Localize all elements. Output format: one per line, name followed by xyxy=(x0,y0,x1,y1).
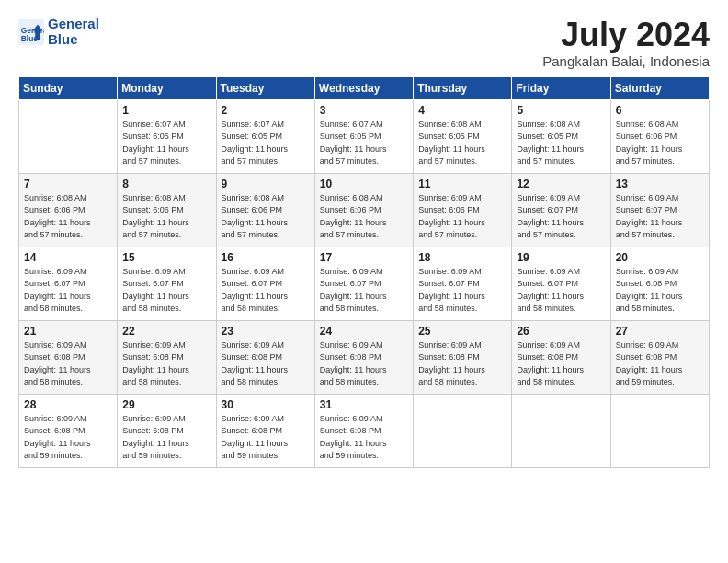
day-cell: 15Sunrise: 6:09 AMSunset: 6:07 PMDayligh… xyxy=(118,247,216,320)
day-number: 30 xyxy=(222,398,311,411)
day-number: 29 xyxy=(122,398,211,411)
day-number: 26 xyxy=(517,325,606,338)
day-info: Sunrise: 6:08 AMSunset: 6:06 PMDaylight:… xyxy=(222,192,311,242)
month-title: July 2024 xyxy=(542,17,710,53)
day-info: Sunrise: 6:09 AMSunset: 6:08 PMDaylight:… xyxy=(122,413,211,463)
day-info: Sunrise: 6:09 AMSunset: 6:08 PMDaylight:… xyxy=(222,339,311,389)
day-info: Sunrise: 6:09 AMSunset: 6:08 PMDaylight:… xyxy=(122,339,211,389)
week-row-5: 28Sunrise: 6:09 AMSunset: 6:08 PMDayligh… xyxy=(19,394,710,467)
day-cell: 14Sunrise: 6:09 AMSunset: 6:07 PMDayligh… xyxy=(19,247,118,320)
day-info: Sunrise: 6:09 AMSunset: 6:08 PMDaylight:… xyxy=(320,413,409,463)
week-row-3: 14Sunrise: 6:09 AMSunset: 6:07 PMDayligh… xyxy=(19,247,710,320)
day-cell: 23Sunrise: 6:09 AMSunset: 6:08 PMDayligh… xyxy=(216,320,314,394)
day-cell: 30Sunrise: 6:09 AMSunset: 6:08 PMDayligh… xyxy=(216,394,314,467)
day-cell xyxy=(414,394,512,467)
day-info: Sunrise: 6:08 AMSunset: 6:06 PMDaylight:… xyxy=(24,192,113,242)
day-info: Sunrise: 6:09 AMSunset: 6:07 PMDaylight:… xyxy=(222,266,311,316)
header: General Blue General Blue July 2024 Pang… xyxy=(18,17,710,69)
day-number: 28 xyxy=(24,398,113,411)
day-cell: 26Sunrise: 6:09 AMSunset: 6:08 PMDayligh… xyxy=(512,320,610,394)
day-info: Sunrise: 6:09 AMSunset: 6:07 PMDaylight:… xyxy=(517,266,606,316)
day-cell: 5Sunrise: 6:08 AMSunset: 6:05 PMDaylight… xyxy=(512,99,610,173)
day-number: 8 xyxy=(122,178,211,190)
day-number: 23 xyxy=(222,325,311,338)
day-number: 14 xyxy=(24,251,113,264)
day-info: Sunrise: 6:07 AMSunset: 6:05 PMDaylight:… xyxy=(222,119,311,168)
day-number: 18 xyxy=(418,251,507,264)
day-cell: 11Sunrise: 6:09 AMSunset: 6:06 PMDayligh… xyxy=(414,173,512,247)
col-header-wednesday: Wednesday xyxy=(314,76,413,99)
col-header-friday: Friday xyxy=(512,76,610,99)
day-number: 4 xyxy=(418,104,507,117)
day-cell: 6Sunrise: 6:08 AMSunset: 6:06 PMDaylight… xyxy=(610,99,709,173)
day-info: Sunrise: 6:09 AMSunset: 6:08 PMDaylight:… xyxy=(517,339,606,389)
day-cell: 22Sunrise: 6:09 AMSunset: 6:08 PMDayligh… xyxy=(118,320,216,394)
day-cell: 1Sunrise: 6:07 AMSunset: 6:05 PMDaylight… xyxy=(118,99,216,173)
day-number: 21 xyxy=(24,325,113,338)
header-row: SundayMondayTuesdayWednesdayThursdayFrid… xyxy=(19,76,710,99)
day-cell: 13Sunrise: 6:09 AMSunset: 6:07 PMDayligh… xyxy=(610,173,709,247)
col-header-saturday: Saturday xyxy=(610,76,709,99)
day-number: 11 xyxy=(418,178,507,190)
day-cell: 21Sunrise: 6:09 AMSunset: 6:08 PMDayligh… xyxy=(19,320,118,394)
week-row-2: 7Sunrise: 6:08 AMSunset: 6:06 PMDaylight… xyxy=(19,173,710,247)
day-number: 10 xyxy=(320,178,409,190)
title-block: July 2024 Pangkalan Balai, Indonesia xyxy=(542,17,710,69)
day-cell: 2Sunrise: 6:07 AMSunset: 6:05 PMDaylight… xyxy=(216,99,314,173)
logo-text-line2: Blue xyxy=(48,32,99,48)
day-info: Sunrise: 6:09 AMSunset: 6:07 PMDaylight:… xyxy=(517,192,606,242)
day-number: 2 xyxy=(222,104,311,117)
day-number: 16 xyxy=(222,251,311,264)
day-number: 3 xyxy=(320,104,409,117)
day-number: 20 xyxy=(616,251,705,264)
col-header-monday: Monday xyxy=(118,76,216,99)
day-info: Sunrise: 6:07 AMSunset: 6:05 PMDaylight:… xyxy=(320,119,409,168)
day-number: 31 xyxy=(320,398,409,411)
day-number: 13 xyxy=(616,178,705,190)
day-number: 27 xyxy=(616,325,705,338)
day-cell: 18Sunrise: 6:09 AMSunset: 6:07 PMDayligh… xyxy=(414,247,512,320)
day-info: Sunrise: 6:09 AMSunset: 6:07 PMDaylight:… xyxy=(616,192,705,242)
day-info: Sunrise: 6:08 AMSunset: 6:05 PMDaylight:… xyxy=(517,119,606,168)
week-row-1: 1Sunrise: 6:07 AMSunset: 6:05 PMDaylight… xyxy=(19,99,710,173)
day-number: 1 xyxy=(122,104,211,117)
week-row-4: 21Sunrise: 6:09 AMSunset: 6:08 PMDayligh… xyxy=(19,320,710,394)
day-cell: 28Sunrise: 6:09 AMSunset: 6:08 PMDayligh… xyxy=(19,394,118,467)
day-number: 6 xyxy=(616,104,705,117)
day-info: Sunrise: 6:09 AMSunset: 6:07 PMDaylight:… xyxy=(24,266,113,316)
day-cell: 17Sunrise: 6:09 AMSunset: 6:07 PMDayligh… xyxy=(314,247,413,320)
day-info: Sunrise: 6:09 AMSunset: 6:08 PMDaylight:… xyxy=(24,339,113,389)
day-cell xyxy=(512,394,610,467)
logo-text-line1: General xyxy=(48,17,99,32)
day-info: Sunrise: 6:09 AMSunset: 6:06 PMDaylight:… xyxy=(418,192,507,242)
day-cell: 16Sunrise: 6:09 AMSunset: 6:07 PMDayligh… xyxy=(216,247,314,320)
location: Pangkalan Balai, Indonesia xyxy=(542,53,710,69)
day-cell: 4Sunrise: 6:08 AMSunset: 6:05 PMDaylight… xyxy=(414,99,512,173)
day-info: Sunrise: 6:08 AMSunset: 6:06 PMDaylight:… xyxy=(320,192,409,242)
day-number: 12 xyxy=(517,178,606,190)
day-info: Sunrise: 6:09 AMSunset: 6:08 PMDaylight:… xyxy=(222,413,311,463)
day-cell: 31Sunrise: 6:09 AMSunset: 6:08 PMDayligh… xyxy=(314,394,413,467)
day-info: Sunrise: 6:09 AMSunset: 6:08 PMDaylight:… xyxy=(418,339,507,389)
day-number: 19 xyxy=(517,251,606,264)
col-header-sunday: Sunday xyxy=(19,76,118,99)
day-cell xyxy=(610,394,709,467)
day-info: Sunrise: 6:07 AMSunset: 6:05 PMDaylight:… xyxy=(122,119,211,168)
day-info: Sunrise: 6:09 AMSunset: 6:08 PMDaylight:… xyxy=(320,339,409,389)
day-info: Sunrise: 6:09 AMSunset: 6:08 PMDaylight:… xyxy=(616,339,705,389)
day-cell: 7Sunrise: 6:08 AMSunset: 6:06 PMDaylight… xyxy=(19,173,118,247)
col-header-thursday: Thursday xyxy=(414,76,512,99)
day-number: 25 xyxy=(418,325,507,338)
day-info: Sunrise: 6:09 AMSunset: 6:08 PMDaylight:… xyxy=(616,266,705,316)
day-cell: 3Sunrise: 6:07 AMSunset: 6:05 PMDaylight… xyxy=(314,99,413,173)
calendar-table: SundayMondayTuesdayWednesdayThursdayFrid… xyxy=(18,76,710,468)
day-info: Sunrise: 6:08 AMSunset: 6:05 PMDaylight:… xyxy=(418,119,507,168)
day-info: Sunrise: 6:08 AMSunset: 6:06 PMDaylight:… xyxy=(122,192,211,242)
day-info: Sunrise: 6:08 AMSunset: 6:06 PMDaylight:… xyxy=(616,119,705,168)
day-cell: 20Sunrise: 6:09 AMSunset: 6:08 PMDayligh… xyxy=(610,247,709,320)
day-cell: 25Sunrise: 6:09 AMSunset: 6:08 PMDayligh… xyxy=(414,320,512,394)
calendar-page: General Blue General Blue July 2024 Pang… xyxy=(0,0,728,563)
day-cell xyxy=(19,99,118,173)
day-cell: 27Sunrise: 6:09 AMSunset: 6:08 PMDayligh… xyxy=(610,320,709,394)
day-cell: 9Sunrise: 6:08 AMSunset: 6:06 PMDaylight… xyxy=(216,173,314,247)
